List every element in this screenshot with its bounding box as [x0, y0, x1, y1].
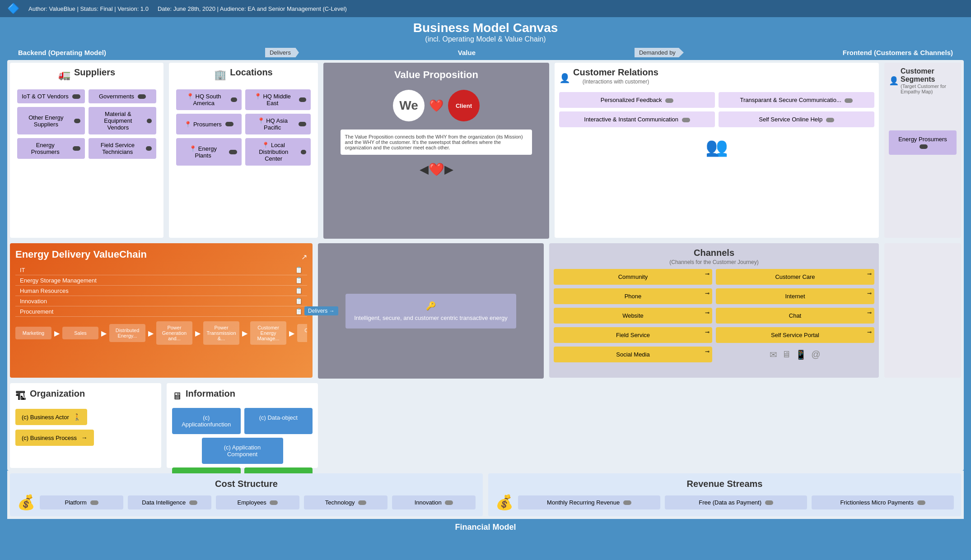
arrow-right-icon: → [81, 434, 88, 441]
list-item[interactable]: Data Intelligence [128, 495, 211, 509]
toggle-icon[interactable] [146, 146, 152, 151]
delivers-shape: Delivers [265, 48, 299, 57]
list-item[interactable]: Free (Data as Payment) [665, 495, 807, 509]
ch-social: Social Media [616, 351, 649, 358]
arrow-icon: ▶ [101, 329, 107, 338]
pin-icon: ⊸ [705, 329, 710, 335]
list-item[interactable]: ⊸ Social Media [554, 347, 712, 362]
toggle-icon[interactable] [138, 94, 146, 99]
arrow-icon: ▶ [148, 329, 154, 338]
list-item[interactable]: Energy Prosumers [17, 138, 85, 159]
toggle-icon[interactable] [270, 500, 278, 505]
list-item[interactable]: Self Service Online Help [719, 111, 874, 127]
list-item[interactable]: Customer Energy Manage... [250, 321, 286, 345]
toggle-icon[interactable] [445, 500, 453, 505]
toggle-icon[interactable] [225, 122, 233, 126]
list-item[interactable]: ⊸ Customer Care [716, 269, 874, 285]
list-item[interactable]: 📍 Local Distribution Center [245, 138, 311, 166]
list-item[interactable]: Customer Care [297, 324, 307, 342]
toggle-icon[interactable] [189, 500, 197, 505]
list-item[interactable]: Platform [40, 495, 123, 509]
list-item[interactable]: (c) Business Process → [15, 430, 94, 446]
list-item[interactable]: Innovation [392, 495, 476, 509]
toggle-icon[interactable] [623, 500, 631, 505]
list-item[interactable]: Personalized Feedback [559, 92, 715, 108]
list-item[interactable]: 📍 HQ South America [176, 89, 242, 110]
list-item[interactable]: ⊸ Chat [716, 308, 874, 324]
logo-icon: 🔷 [7, 3, 19, 14]
toggle-icon[interactable] [765, 500, 773, 505]
toggle-icon[interactable] [231, 97, 238, 102]
toggle-icon[interactable] [229, 150, 237, 154]
list-item[interactable]: Energy Prosumers [889, 130, 957, 155]
list-item[interactable]: (c) Applicationfunction [172, 408, 241, 434]
toggle-icon[interactable] [358, 500, 366, 505]
list-item[interactable]: Distributed Energy... [109, 324, 145, 342]
toggle-icon[interactable] [74, 119, 80, 123]
toggle-icon[interactable] [73, 146, 80, 151]
list-item[interactable]: Material & Equipment Vendors [89, 107, 156, 134]
list-item[interactable]: 📍 HQ Middle East [245, 89, 311, 110]
vc-trans: Power Transmission &... [207, 325, 236, 341]
toggle-icon[interactable] [826, 118, 834, 122]
financial-model-bar: Financial Model [0, 519, 971, 536]
list-item[interactable]: ⊸ Community [554, 269, 712, 285]
list-item[interactable]: 📍 HQ Asia Pacific [245, 114, 311, 134]
list-item[interactable]: Marketing [15, 327, 51, 339]
toggle-icon[interactable] [682, 118, 690, 122]
cost-title: Cost Structure [17, 479, 476, 489]
toggle-icon[interactable] [917, 500, 925, 505]
list-item[interactable]: IoT & OT Vendors [17, 89, 85, 103]
vc-proc-icon: 📋 [295, 308, 303, 315]
list-item[interactable]: ⊸ Phone [554, 288, 712, 304]
list-item[interactable]: Power Generation and... [156, 321, 192, 345]
rev-free: Free (Data as Payment) [699, 499, 761, 506]
toggle-icon[interactable] [147, 119, 152, 123]
list-item[interactable]: Frictionless Micro Payments [812, 495, 954, 509]
toggle-icon[interactable] [665, 98, 673, 103]
list-item[interactable]: Transparant & Secure Communicatio... [719, 92, 874, 108]
list-item[interactable]: ⊸ Website [554, 308, 712, 324]
toggle-icon[interactable] [72, 94, 80, 99]
toggle-icon[interactable] [299, 122, 306, 126]
toggle-icon[interactable] [301, 150, 306, 154]
ch-grid: ⊸ Community ⊸ Customer Care ⊸ Phone ⊸ In… [554, 269, 874, 362]
org-process: (c) Business Process [22, 435, 77, 441]
vp-bottom-text: Intelligent, secure, and customer centri… [353, 315, 509, 321]
list-item[interactable]: Sales [62, 327, 98, 339]
toggle-icon[interactable] [920, 144, 928, 149]
list-item[interactable]: (c) Business Actor 🚶 [15, 409, 87, 425]
list-item[interactable]: ⊸ Self Service Portal [716, 327, 874, 343]
list-item[interactable]: Interactive & Instant Communication [559, 111, 715, 127]
loc-ldc: 📍 Local Distribution Center [250, 142, 297, 162]
list-item[interactable]: Technology [304, 495, 387, 509]
financial-label: Financial Model [455, 523, 516, 532]
vp-description: The Value Proposition connects both the … [341, 130, 532, 155]
list-item[interactable]: ⊸ Field Service [554, 327, 712, 343]
list-item[interactable]: Other Energy Suppliers [17, 107, 85, 134]
vc-innov-icon: 📋 [295, 297, 303, 305]
list-item[interactable]: Employees [216, 495, 299, 509]
list-item[interactable]: (c) Application Component [202, 438, 283, 464]
toggle-icon[interactable] [845, 98, 853, 103]
list-item[interactable]: 📍 Energy Plants [176, 138, 242, 166]
toggle-icon[interactable] [299, 97, 306, 102]
list-item[interactable]: (c) Data-object [244, 408, 313, 434]
list-item[interactable]: 📍 Prosumers [176, 114, 242, 134]
backend-label: Backend (Operating Model) [18, 49, 106, 56]
vc-innov-row: Innovation 📋 [15, 296, 307, 306]
list-item[interactable]: Monthly Recurring Revenue [518, 495, 660, 509]
vc-hr-row: Human Resources 📋 [15, 286, 307, 296]
toggle-icon[interactable] [90, 500, 98, 505]
customer-segments-section: 👤 Customer Segments (Target Customer for… [884, 63, 961, 238]
revenue-items-row: 💰 Monthly Recurring Revenue Free (Data a… [495, 494, 954, 511]
delivers-badge: Delivers → [304, 306, 338, 315]
list-item[interactable]: Field Service Technicians [89, 138, 156, 159]
list-item[interactable]: ⊸ Internet [716, 288, 874, 304]
pin-icon: ⊸ [867, 310, 872, 316]
supplier-field: Field Service Technicians [93, 142, 142, 155]
flow-bar: Backend (Operating Model) Delivers Value… [0, 45, 971, 60]
list-item[interactable]: Governments [89, 89, 156, 103]
list-item[interactable]: Power Transmission &... [203, 321, 239, 345]
org-actor: (c) Business Actor [22, 414, 69, 421]
